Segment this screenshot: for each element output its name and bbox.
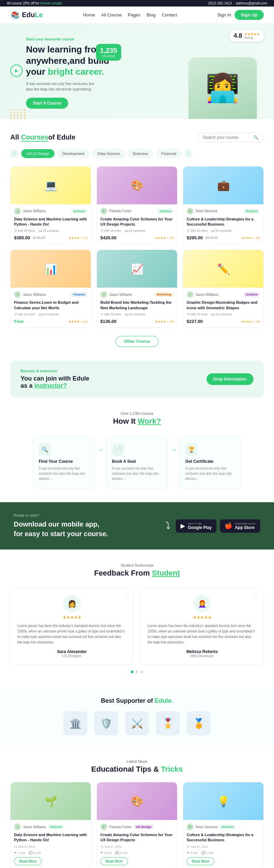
course-search-input[interactable] <box>203 135 251 140</box>
nav-pages[interactable]: Pages <box>128 12 140 17</box>
tab-financial[interactable]: Financial <box>156 149 182 158</box>
news-card-2: 🎨 P Pamela Foster UX Design Create Amazi… <box>97 782 177 868</box>
news-title-3: Culture & Leadership:Strategies for a Su… <box>187 832 260 843</box>
news-body-2: P Pamela Foster UX Design Create Amazing… <box>97 820 177 868</box>
book-seat-icon: 📄 <box>112 443 124 456</box>
find-course-icon: 🔍 <box>39 443 51 456</box>
course-price: $227.00 ★★★★☆ 4.9 <box>187 319 260 324</box>
read-more-button-3[interactable]: Read More <box>187 857 214 865</box>
instructor-name: Jason Williams <box>196 293 219 297</box>
tab-business[interactable]: Business <box>128 149 153 158</box>
avatar: P <box>100 208 107 215</box>
instructor-text: Become A Instructor You can join with Ed… <box>21 369 89 389</box>
news-title-2: Create Amazing Color Schemes for Your UX… <box>100 832 174 843</box>
news-avatar-1: J <box>14 823 21 830</box>
course-card: ✏️ J Jason Williams Science Graphic Desi… <box>183 250 264 328</box>
nav-blog[interactable]: Blog <box>147 12 155 17</box>
testimonial-role-1: UX Designer <box>17 654 126 658</box>
other-course-wrap: Other Course <box>10 336 264 347</box>
hero-course-count-badge: 1,235 COURSE <box>96 44 121 61</box>
course-stats: ⏱ 04h 15 mins 📖 25 Lectures <box>14 313 87 316</box>
play-button[interactable]: ▶ <box>10 64 23 77</box>
course-thumb-4: 📊 <box>11 250 91 288</box>
signin-button[interactable]: Sign In <box>217 12 231 17</box>
course-card: 📈 J Jason Williams Marketing Build Brand… <box>97 250 177 328</box>
offer-text: All course 20% off for forever people <box>7 1 62 5</box>
news-avatar-3: R <box>187 823 194 830</box>
course-stats: ⏱ 04h 15 mins 📖 25 Lectures <box>14 229 87 232</box>
testimonial-card-1: " 👩 ★★★★★ Lorem ipsum has been the indus… <box>10 588 134 665</box>
google-play-button[interactable]: ▶ GET IT ON Google Play <box>176 519 216 533</box>
testimonial-name-1: Sara Alexander <box>17 649 126 654</box>
drop-info-button[interactable]: Drop Information <box>207 373 253 385</box>
app-store-button[interactable]: 🍎 Download on the App Store <box>220 519 260 533</box>
instructor-name: Jason Williams <box>109 293 132 297</box>
news-title-1: Data Science and Machine Learning with P… <box>14 832 87 843</box>
testimonial-stars-2: ★★★★★ <box>148 615 257 620</box>
tab-development[interactable]: Development <box>57 149 90 158</box>
instructor-link[interactable]: instructor? <box>34 382 67 389</box>
course-price: Free ★★★★☆ 4.9 <box>14 319 87 324</box>
course-title: Data Science and Machine Learning with P… <box>14 217 87 227</box>
instructor-name: Jason Williams <box>23 293 46 297</box>
tab-next-arrow[interactable]: › <box>184 149 192 158</box>
nav-contact[interactable]: Contact <box>162 12 177 17</box>
course-stats: ⏱ 04h 15 mins 📖 25 Lectures <box>100 229 174 232</box>
news-date-3: 21 March, 2021 <box>187 845 260 848</box>
nav-home[interactable]: Home <box>83 12 95 17</box>
avatar: J <box>187 291 194 298</box>
other-course-button[interactable]: Other Course <box>115 336 159 347</box>
tab-prev-arrow[interactable]: ‹ <box>10 149 18 158</box>
testimonial-text-1: Lorem ipsum has been the industry's stan… <box>17 623 126 645</box>
dot-1[interactable] <box>131 671 134 673</box>
course-meta-4: J Jason Williams Finance <box>14 291 87 298</box>
course-search-box[interactable]: 🔍 <box>198 133 264 142</box>
avatar: J <box>14 291 21 298</box>
course-thumb-5: 📈 <box>97 250 177 288</box>
read-more-button-1[interactable]: Read More <box>14 857 42 865</box>
dot-2[interactable] <box>136 671 138 673</box>
quote-mark: " <box>254 594 258 605</box>
hero-subtitle: Start your favourite course <box>26 37 188 41</box>
course-rating: ★★★★☆ 4.9 <box>68 320 87 323</box>
nav-all-course[interactable]: All Course <box>101 12 122 17</box>
dot-3[interactable] <box>140 671 143 673</box>
course-body-4: J Jason Williams Finance Finance Series:… <box>11 288 91 327</box>
download-arrow: ⤵ <box>165 520 170 531</box>
course-meta-3: R Rose Seimura Science <box>187 208 260 215</box>
instructor-title: You can join with Edule as a instructor? <box>21 375 89 389</box>
testimonials-grid: " 👩 ★★★★★ Lorem ipsum has been the indus… <box>10 588 264 665</box>
avatar: J <box>14 208 21 215</box>
read-more-button-2[interactable]: Read More <box>100 857 128 865</box>
hero-rating-badge: 4.8 ★★★★★ Rating <box>229 30 264 41</box>
course-rating: ★★★★☆ 4.9 <box>68 236 87 240</box>
logo-icon: 📚 <box>10 10 20 20</box>
instructor-name: Pamela Foster <box>109 209 132 213</box>
course-badge: Finance <box>71 292 87 297</box>
step-desc: It has survived not only five centuries … <box>112 466 162 481</box>
course-rating: ★★★★☆ 4.9 <box>155 236 174 240</box>
course-card: 📊 J Jason Williams Finance Finance Serie… <box>10 250 91 328</box>
tab-uiux[interactable]: UI/UX Design <box>21 149 54 158</box>
testimonial-avatar-2: 👩‍🦰 <box>194 595 211 612</box>
course-badge: Marketing <box>154 292 174 297</box>
tab-datascience[interactable]: Data Science <box>92 149 125 158</box>
course-price: $295.00 $340.00 ★★★★☆ 4.9 <box>187 235 260 240</box>
course-body-3: R Rose Seimura Science Culture & Leaders… <box>183 204 263 244</box>
step-title: Book A Seat <box>112 459 162 464</box>
course-body-1: J Jason Williams Science Data Science an… <box>11 204 91 244</box>
signup-button[interactable]: Sign Up <box>235 10 264 20</box>
ready-text: Ready to start? <box>14 513 108 517</box>
course-thumb-3: 💼 <box>183 167 263 204</box>
instructor-name: Jason Williams <box>23 209 46 213</box>
how-it-works-section: Over 1,235+Course How It Work? 🔍 Find Yo… <box>0 398 274 502</box>
testimonial-card-2: " 👩‍🦰 ★★★★★ Lorem ipsum has been the ind… <box>140 588 264 665</box>
news-date-2: 21 March, 2021 <box>100 845 174 848</box>
supporter-logo-5: 🏅 <box>187 711 211 735</box>
course-stats: ⏱ 04h 15 mins 📖 25 Lectures <box>187 313 260 316</box>
news-card-1: 🌱 J Jason Williams Science Data Science … <box>10 782 91 868</box>
instructor-label: Become A Instructor <box>21 369 89 373</box>
testimonial-dots <box>10 671 264 673</box>
start-course-button[interactable]: Start A Course <box>26 98 68 109</box>
testimonial-role-2: Web Developer <box>148 654 257 658</box>
